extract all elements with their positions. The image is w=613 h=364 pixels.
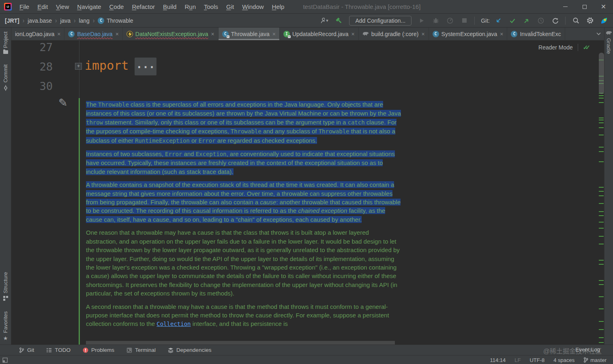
hidden-tabs-dropdown[interactable] [593,28,604,40]
debug-button[interactable] [432,17,440,25]
stop-button[interactable] [460,17,468,25]
tool-window-button-todo[interactable]: TODO [46,347,71,353]
rollback-button[interactable] [551,17,559,25]
tool-window-button-commit[interactable]: Commit [2,64,9,91]
indent-widget[interactable]: 4 spaces [553,357,574,363]
doc-text: Throwable [98,101,129,108]
edit-javadoc-pencil-icon[interactable]: ✎ [58,96,68,109]
tool-window-button-dependencies[interactable]: Dependencies [168,347,211,353]
terminal-icon [126,347,132,353]
reader-mode-indicator[interactable]: Reader Mode ✓✓ [538,44,590,51]
editor-tab-build-gradle---core-[interactable]: build.gradle (:core)× [359,28,429,40]
editor-pane[interactable]: 27 28 30 + import ... ✎ The Throwable cl… [11,41,604,345]
minimize-button[interactable] [556,0,575,13]
tab-label: build.gradle (:core) [371,31,419,37]
tab-label: UpdatableRecord.java [292,31,349,37]
tool-window-button-label: Problems [91,347,114,353]
close-icon[interactable]: × [116,31,119,37]
gradle-elephant-icon [606,31,612,36]
doc-text: or [190,137,199,144]
breadcrumb-item-class[interactable]: Throwable [107,17,133,24]
breadcrumb-item-jrt[interactable]: [JRT] [5,17,19,24]
git-commit-button[interactable] [508,17,517,25]
folded-imports-region[interactable]: ... [135,58,156,75]
vcs-change-mark [599,203,604,204]
close-icon[interactable]: × [500,31,503,37]
run-button[interactable] [418,17,426,25]
line-separator-widget[interactable]: LF [514,357,521,363]
run-configurations-dropdown[interactable]: Add Configuration... [349,16,412,26]
tool-window-button-favorites[interactable]: Favorites ★ [2,311,9,341]
inspections-ok-icon[interactable]: ✓✓ [583,44,590,51]
fold-expand-icon[interactable]: + [75,63,82,70]
main-area: Project Commit Structure Favorites ★ ion… [0,28,613,345]
tool-window-button-project[interactable]: Project [2,32,9,54]
encoding-widget[interactable]: UTF-8 [529,357,544,363]
menu-item-build[interactable]: Build [159,0,180,13]
reader-mode-label: Reader Mode [538,44,573,51]
menu-item-file[interactable]: File [15,0,33,13]
close-icon[interactable]: × [351,31,354,37]
close-icon[interactable]: × [421,31,424,37]
vcs-added-gutter-bar [79,98,80,345]
profiler-button[interactable] [446,17,454,25]
doc-link[interactable]: Collection [156,321,191,327]
vcs-change-mark [599,135,604,135]
close-icon[interactable]: × [272,31,276,37]
restore-button[interactable] [575,0,594,13]
editor-tab-updatablerecord-java[interactable]: IUpdatableRecord.java× [280,28,359,40]
tool-window-button-gradle[interactable]: Gradle [606,31,612,54]
tab-label: ionLogDao.java [15,31,54,37]
git-branch-widget[interactable]: master [583,357,607,363]
menu-item-navigate[interactable]: Navigate [73,0,105,13]
build-hammer-button[interactable] [335,17,343,25]
doc-text: interface, and that its persistence is [191,320,288,327]
toolbox-plugin-icon[interactable] [600,17,608,25]
doc-text: are regarded as checked exceptions. [216,137,317,144]
search-everywhere-button[interactable] [572,17,580,25]
vcs-change-mark [599,329,604,330]
editor-tab-invalidtokenexc[interactable]: CInvalidTokenExc [507,28,565,40]
vcs-change-mark [599,187,604,188]
editor-tab-basedao-java[interactable]: CBaseDao.java× [64,28,122,40]
breadcrumb-item-module[interactable]: java.base [28,17,52,24]
menu-item-code[interactable]: Code [105,0,128,13]
menu-item-window[interactable]: Window [238,0,268,13]
structure-icon [3,296,8,301]
menu-bar: FileEditViewNavigateCodeRefactorBuildRun… [15,0,288,13]
menu-item-view[interactable]: View [52,0,73,13]
tool-windows-icon [2,358,8,363]
menu-item-git[interactable]: Git [222,0,238,13]
menu-item-help[interactable]: Help [268,0,289,13]
tool-window-button-structure[interactable]: Structure [2,272,9,301]
history-clock-button[interactable] [537,17,545,25]
vcs-change-mark [599,337,604,338]
tool-window-button-terminal[interactable]: Terminal [126,347,156,353]
editor-tab-systemexception-java[interactable]: CSystemException.java× [429,28,508,40]
menu-item-edit[interactable]: Edit [33,0,52,13]
breadcrumb-item-subpackage[interactable]: lang [79,17,89,24]
close-button[interactable]: ✕ [594,0,613,13]
editor-scrollbar-thumb[interactable] [599,53,604,94]
editor-tab-ionlogdao-java[interactable]: ionLogDao.java× [11,28,64,40]
breadcrumb-item-package[interactable]: java [60,17,71,24]
code-with-me-user-button[interactable]: ▼ [321,17,329,25]
main-toolbar: ▼ Add Configuration... Git: [321,16,608,26]
tool-window-label: Project [2,32,9,48]
menu-item-run[interactable]: Run [180,0,200,13]
tool-window-button-problems[interactable]: Problems [83,347,114,353]
tool-window-button-git[interactable]: Git [19,347,34,353]
restore-tool-windows-button[interactable] [2,358,8,363]
close-icon: ✕ [601,3,606,11]
close-icon[interactable]: × [57,31,60,37]
caret-position-widget[interactable]: 114:14 [490,357,506,363]
git-push-button[interactable] [523,17,531,25]
settings-gear-button[interactable] [586,17,594,25]
editor-tab-throwable-java[interactable]: CThrowable.java× [219,28,280,40]
editor-tabs: ionLogDao.java×CBaseDao.java×DataNotExis… [11,28,604,41]
menu-item-refactor[interactable]: Refactor [128,0,159,13]
git-update-button[interactable] [494,17,502,25]
editor-tab-datanotexistsexception-java[interactable]: DataNotExistsException.java× [123,28,219,40]
menu-item-tools[interactable]: Tools [200,0,222,13]
close-icon[interactable]: × [211,31,214,37]
